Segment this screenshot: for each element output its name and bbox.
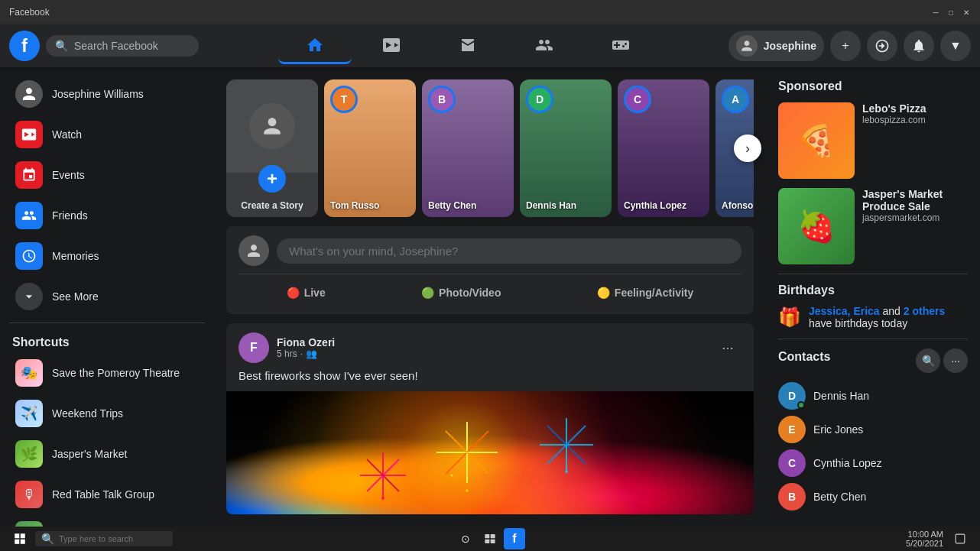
user-menu-button[interactable]: Josephine (729, 31, 824, 61)
birthday-and: and (883, 305, 904, 317)
contact-betty[interactable]: B Betty Chen (778, 480, 968, 514)
feeling-icon: 🟡 (597, 287, 610, 299)
ad-jasper[interactable]: 🍓 Jasper's Market Produce Sale jaspersma… (778, 188, 968, 264)
sidebar-item-events-label: Events (52, 169, 85, 181)
story-betty-avatar: B (428, 86, 456, 113)
shortcut-pomeroy[interactable]: 🎭 Save the Pomeroy Theatre (6, 353, 208, 393)
facebook-logo[interactable]: f (9, 31, 40, 61)
photo-label: Photo/Video (439, 287, 501, 299)
contact-eric[interactable]: E Eric Jones (778, 413, 968, 446)
ad-lebo-name: Lebo's Pizza (862, 102, 968, 115)
post-image (226, 391, 754, 514)
story-cynthia[interactable]: C Cynthia Lopez (618, 79, 709, 217)
maximize-button[interactable]: □ (946, 8, 956, 17)
notification-center-icon[interactable] (949, 528, 971, 549)
sidebar-item-see-more[interactable]: See More (6, 277, 208, 316)
birthday-suffix: have birthdays today (809, 317, 907, 329)
redtable-icon: 🎙 (15, 481, 43, 508)
plus-circle-icon: + (258, 165, 286, 193)
taskbar-facebook-icon[interactable]: f (504, 528, 525, 549)
story-betty-name: Betty Chen (428, 200, 508, 211)
contacts-search-button[interactable]: 🔍 (916, 348, 940, 373)
stories-next-button[interactable]: › (734, 135, 761, 162)
search-input[interactable] (74, 40, 189, 52)
sponsored-section: Sponsored 🍕 Lebo's Pizza lebospizza.com … (778, 79, 968, 264)
story-dennis-avatar: D (526, 86, 553, 113)
nav-tab-home[interactable] (278, 28, 352, 64)
stories-container: + Create a Story T Tom Russo B Betty Che… (226, 79, 754, 217)
notifications-button[interactable] (904, 31, 934, 61)
svg-line-7 (446, 431, 467, 452)
birthday-names: Jessica, Erica (809, 305, 880, 317)
topnav-left: f 🔍 (9, 31, 208, 61)
menu-button[interactable]: ▼ (940, 31, 971, 61)
svg-point-28 (565, 470, 568, 473)
start-button[interactable] (9, 528, 31, 549)
story-betty[interactable]: B Betty Chen (422, 79, 514, 217)
sidebar-item-see-more-label: See More (52, 290, 99, 303)
close-button[interactable]: ✕ (962, 8, 971, 17)
taskbar-search[interactable]: 🔍 (35, 531, 173, 546)
ad-lebo[interactable]: 🍕 Lebo's Pizza lebospizza.com (778, 102, 968, 179)
sidebar-item-watch[interactable]: Watch (6, 115, 208, 154)
contact-cynthia-avatar: C (778, 449, 806, 477)
taskbar-left: 🔍 (9, 528, 173, 549)
messenger-button[interactable] (867, 31, 897, 61)
post-input[interactable] (277, 238, 741, 264)
sidebar-user-profile[interactable]: Josephine Williams (6, 74, 208, 114)
svg-rect-29 (485, 534, 489, 538)
feeling-button[interactable]: 🟡 Feeling/Activity (585, 280, 706, 305)
story-dennis-name: Dennis Han (526, 200, 605, 211)
taskbar-task-view-icon[interactable] (479, 528, 501, 549)
ad-lebo-url: lebospizza.com (862, 115, 968, 125)
story-dennis[interactable]: D Dennis Han (520, 79, 612, 217)
taskbar-cortana-icon[interactable]: ⊙ (455, 528, 476, 549)
taskbar-date: 5/20/2021 (906, 539, 943, 548)
sidebar-item-events[interactable]: Events (6, 155, 208, 195)
main-layout: Josephine Williams Watch Events Friends (0, 67, 980, 527)
story-tom[interactable]: T Tom Russo (324, 79, 416, 217)
nav-tab-gaming[interactable] (584, 28, 657, 64)
titlebar: Facebook ─ □ ✕ (0, 0, 980, 24)
weekend-icon: ✈️ (15, 400, 43, 427)
contact-dennis[interactable]: D Dennis Han (778, 379, 968, 413)
photo-video-button[interactable]: 🟢 Photo/Video (409, 280, 513, 305)
post-more-button[interactable]: ··· (714, 334, 741, 361)
svg-line-9 (383, 459, 399, 475)
post-time: 5 hrs · 👥 (277, 348, 706, 359)
contact-cynthia[interactable]: C Cynthia Lopez (778, 446, 968, 480)
post-time-text: 5 hrs (277, 348, 297, 359)
ad-jasper-info: Jasper's Market Produce Sale jaspersmark… (862, 188, 968, 264)
create-story-card[interactable]: + Create a Story (226, 79, 318, 217)
shortcut-jaspers[interactable]: 🌿 Jasper's Market (6, 434, 208, 474)
nav-tab-groups[interactable] (508, 28, 581, 64)
shortcut-redtable[interactable]: 🎙 Red Table Talk Group (6, 475, 208, 514)
photo-icon: 🟢 (421, 287, 434, 299)
svg-line-13 (367, 475, 383, 491)
post-text: Best fireworks show I've ever seen! (239, 369, 418, 382)
sidebar-item-memories[interactable]: Memories (6, 236, 208, 276)
nav-tab-video[interactable] (355, 28, 428, 64)
nav-tab-marketplace[interactable] (431, 28, 505, 64)
svg-line-15 (367, 459, 383, 475)
post-box-divider (239, 274, 741, 274)
story-tom-name: Tom Russo (330, 200, 410, 211)
topnav-center (208, 28, 729, 64)
shortcut-weekend[interactable]: ✈️ Weekend Trips (6, 394, 208, 433)
birthday-icon: 🎁 (778, 306, 801, 328)
search-bar[interactable]: 🔍 (46, 35, 199, 57)
section-divider-2 (778, 339, 968, 339)
live-button[interactable]: 🔴 Live (274, 280, 338, 305)
shortcut-hiking[interactable]: 🥾 Best Hidden Hiking Trails (6, 515, 208, 527)
contacts-more-button[interactable]: ··· (943, 348, 968, 373)
svg-rect-31 (485, 540, 489, 543)
add-button[interactable]: + (830, 31, 861, 61)
svg-line-23 (547, 426, 566, 445)
ad-jasper-url: jaspersmarket.com (862, 212, 968, 223)
post-box-avatar (239, 235, 269, 266)
sidebar-item-friends[interactable]: Friends (6, 196, 208, 235)
minimize-button[interactable]: ─ (931, 8, 940, 17)
taskbar-search-input[interactable] (59, 534, 158, 543)
hiking-icon: 🥾 (15, 521, 43, 527)
fireworks-svg (226, 391, 754, 514)
